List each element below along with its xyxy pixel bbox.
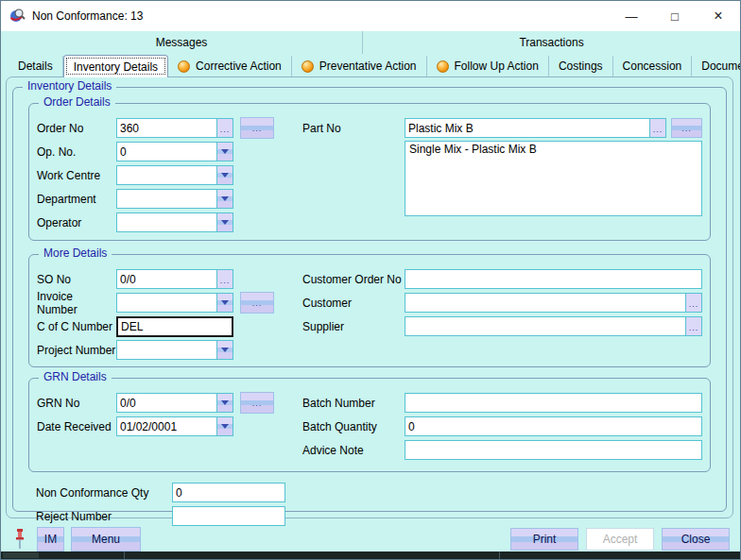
more-details-group: More Details SO No ... Invoice Number (28, 254, 711, 367)
project-number-label: Project Number (37, 344, 116, 357)
invoice-number-combo[interactable] (117, 294, 216, 312)
tab-label: Follow Up Action (455, 59, 539, 73)
advice-note-input[interactable] (405, 441, 701, 459)
chevron-down-icon[interactable] (216, 143, 233, 161)
batch-number-label: Batch Number (302, 397, 405, 410)
reject-number-input[interactable] (173, 507, 284, 525)
tab-group-messages[interactable]: Messages (1, 31, 363, 54)
part-no-label: Part No (302, 122, 405, 135)
print-button[interactable]: Print (510, 528, 578, 551)
operator-combo[interactable] (117, 213, 216, 231)
customer-order-no-input[interactable] (405, 270, 701, 288)
customer-input[interactable] (405, 294, 685, 312)
chevron-down-icon[interactable] (216, 166, 233, 184)
im-button[interactable]: IM (37, 527, 64, 552)
pin-button[interactable] (11, 527, 28, 552)
tab-group-row: Messages Transactions (1, 31, 740, 54)
so-no-label: SO No (37, 273, 116, 286)
tab-corrective-action[interactable]: Corrective Action (168, 56, 292, 76)
so-no-input[interactable] (117, 270, 216, 288)
tab-costings[interactable]: Costings (549, 56, 613, 76)
order-no-input[interactable] (117, 119, 216, 137)
customer-label: Customer (302, 297, 405, 310)
batch-quantity-label: Batch Quantity (302, 420, 405, 433)
supplier-label: Supplier (302, 320, 405, 333)
menu-button[interactable]: Menu (71, 527, 141, 552)
advice-note-label: Advice Note (302, 444, 405, 457)
window-title: Non Conformance: 13 (32, 9, 610, 23)
work-centre-combo[interactable] (117, 166, 216, 184)
grn-browse-button[interactable]: ... (240, 392, 274, 414)
tab-row: Details Inventory Details Corrective Act… (1, 54, 740, 76)
tab-preventative-action[interactable]: Preventative Action (292, 56, 427, 76)
tab-label: Corrective Action (196, 59, 282, 73)
tab-label: Inventory Details (74, 60, 158, 74)
accept-button[interactable]: Accept (586, 528, 654, 551)
department-label: Department (37, 193, 116, 206)
group-title: More Details (39, 246, 112, 260)
date-received-label: Date Received (37, 420, 116, 433)
chevron-down-icon[interactable] (216, 417, 233, 435)
chevron-down-icon[interactable] (216, 213, 233, 231)
c-of-c-number-label: C of C Number (37, 320, 116, 333)
close-button[interactable]: Close (662, 528, 730, 551)
order-details-group: Order Details Order No ... ... Op. No. (28, 103, 711, 241)
chevron-down-icon[interactable] (216, 394, 233, 412)
part-no-ellipsis-icon[interactable]: ... (649, 119, 665, 137)
invoice-number-label: Invoice Number (37, 290, 116, 316)
so-no-ellipsis-icon[interactable]: ... (216, 270, 233, 288)
c-of-c-number-input[interactable] (118, 318, 232, 335)
maximize-button[interactable]: □ (653, 1, 697, 31)
tab-label: Documents (701, 59, 741, 73)
order-no-browse-button[interactable]: ... (240, 117, 274, 139)
title-bar: Non Conformance: 13 — □ × (1, 1, 740, 31)
grn-no-label: GRN No (37, 397, 116, 410)
chevron-down-icon[interactable] (216, 294, 233, 312)
batch-number-input[interactable] (405, 394, 701, 412)
chevron-down-icon[interactable] (216, 341, 233, 359)
part-no-browse-button[interactable]: ... (671, 118, 702, 138)
op-no-label: Op. No. (37, 145, 116, 159)
non-conformance-window: Non Conformance: 13 — □ × Messages Trans… (0, 0, 741, 560)
chevron-down-icon[interactable] (216, 190, 233, 208)
pushpin-icon (14, 528, 26, 551)
operator-label: Operator (37, 216, 116, 229)
part-description-textarea[interactable]: Single Mix - Plastic Mix B (405, 141, 702, 216)
project-number-combo[interactable] (117, 341, 216, 359)
tab-label: Details (18, 59, 53, 73)
minimize-button[interactable]: — (610, 1, 653, 31)
part-no-input[interactable] (405, 119, 649, 137)
invoice-browse-button[interactable]: ... (240, 292, 274, 314)
order-no-label: Order No (37, 122, 116, 135)
grn-details-group: GRN Details GRN No ... Date Received (28, 378, 711, 472)
inventory-details-page: Inventory Details Order Details Order No… (6, 76, 733, 518)
tab-label: Costings (559, 59, 603, 73)
background-window-strip (1, 552, 741, 559)
supplier-ellipsis-icon[interactable]: ... (685, 317, 701, 335)
tab-inventory-details[interactable]: Inventory Details (63, 55, 168, 77)
close-window-button[interactable]: × (697, 1, 740, 31)
tab-label: Concession (623, 59, 682, 73)
tab-concession[interactable]: Concession (613, 56, 693, 76)
tab-label: Preventative Action (319, 59, 417, 73)
orange-ball-icon (178, 60, 190, 73)
non-conformance-qty-input[interactable] (173, 484, 284, 501)
batch-quantity-input[interactable] (405, 417, 701, 435)
tab-follow-up-action[interactable]: Follow Up Action (427, 56, 549, 76)
order-no-ellipsis-icon[interactable]: ... (216, 119, 233, 137)
group-title: Inventory Details (23, 79, 116, 93)
group-title: Order Details (39, 95, 115, 109)
work-centre-label: Work Centre (37, 169, 116, 182)
group-title: GRN Details (39, 370, 112, 383)
date-received-combo[interactable] (117, 417, 216, 435)
customer-order-no-label: Customer Order No (302, 273, 405, 286)
customer-ellipsis-icon[interactable]: ... (685, 294, 701, 312)
tab-documents[interactable]: Documents (692, 56, 741, 76)
grn-no-combo[interactable] (117, 394, 216, 412)
op-no-combo[interactable] (117, 143, 216, 161)
reject-number-label: Reject Number (36, 510, 172, 523)
department-combo[interactable] (117, 190, 216, 208)
supplier-input[interactable] (405, 317, 685, 335)
tab-group-transactions[interactable]: Transactions (363, 31, 740, 54)
tab-details[interactable]: Details (9, 56, 63, 76)
